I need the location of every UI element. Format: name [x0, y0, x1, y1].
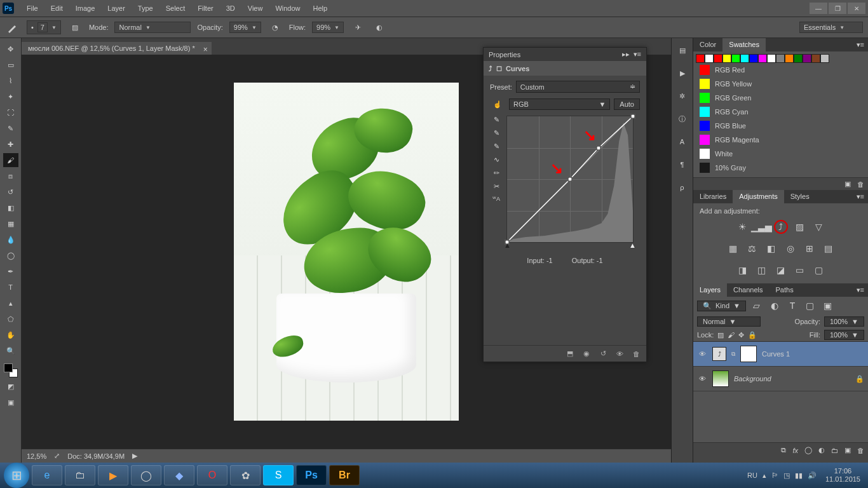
invert-icon[interactable]: ◨	[736, 263, 750, 277]
history-panel-icon[interactable]: ▤	[675, 43, 689, 57]
new-swatch-icon[interactable]: ▣	[844, 180, 851, 188]
channel-mixer-icon[interactable]: ⊞	[803, 241, 817, 255]
swatch[interactable]	[740, 54, 749, 63]
layer-blend-mode[interactable]: Normal▼	[697, 316, 761, 327]
eraser-tool[interactable]: ◧	[3, 201, 18, 215]
tab-adjustments[interactable]: Adjustments	[733, 190, 784, 203]
vibrance-icon[interactable]: ▽	[812, 220, 826, 234]
taskbar-app-1[interactable]: ◆	[164, 465, 194, 485]
trash-icon[interactable]: 🗑	[857, 447, 864, 454]
menu-edit[interactable]: Edit	[44, 2, 69, 15]
tab-paths[interactable]: Paths	[770, 283, 800, 297]
swatch-row[interactable]: RGB Yellow	[696, 77, 865, 91]
targeted-adjust-icon[interactable]: ☝	[490, 97, 505, 112]
menu-filter[interactable]: Filter	[191, 2, 219, 15]
tab-layers[interactable]: Layers	[693, 283, 727, 297]
swatch-row[interactable]: RGB Blue	[696, 119, 865, 133]
history-brush-tool[interactable]: ↺	[3, 185, 18, 199]
lasso-tool[interactable]: ⌇	[3, 74, 18, 88]
menu-help[interactable]: Help	[307, 2, 334, 15]
swatch[interactable]	[749, 54, 758, 63]
swatch[interactable]	[705, 54, 714, 63]
opacity-field[interactable]: 99%▼	[229, 22, 261, 33]
flow-field[interactable]: 99%▼	[312, 22, 344, 33]
black-white-icon[interactable]: ◧	[764, 241, 778, 255]
close-button[interactable]: ✕	[848, 3, 865, 14]
brush-tool[interactable]: 🖌	[3, 153, 18, 167]
healing-tool[interactable]: ✚	[3, 137, 18, 151]
brush-presets-panel-icon[interactable]: ✲	[675, 89, 689, 103]
visibility-icon[interactable]: 👁	[697, 350, 707, 358]
swatch[interactable]	[811, 54, 820, 63]
tray-flag-icon[interactable]: 🏳	[771, 471, 778, 479]
tab-swatches[interactable]: Swatches	[722, 38, 766, 51]
levels-icon[interactable]: ▁▃▅	[755, 220, 769, 234]
blur-tool[interactable]: 💧	[3, 233, 18, 247]
auto-button[interactable]: Auto	[614, 98, 640, 110]
fill-field[interactable]: 100%▼	[824, 330, 864, 340]
taskbar-app-2[interactable]: ✿	[230, 465, 261, 485]
swatch[interactable]	[820, 54, 829, 63]
shape-tool[interactable]: ⬠	[3, 312, 18, 326]
swatch[interactable]	[803, 54, 811, 63]
swatch-row[interactable]: White	[696, 147, 865, 161]
tray-chevron-icon[interactable]: ▴	[763, 471, 766, 480]
trash-icon[interactable]: 🗑	[631, 349, 641, 359]
tab-channels[interactable]: Channels	[727, 283, 769, 297]
curves-icon[interactable]: ⤴	[774, 220, 788, 234]
zoom-level[interactable]: 12,5%	[27, 452, 46, 460]
document-tab[interactable]: мюсли 006.NEF @ 12,5% (Curves 1, Layer M…	[22, 42, 212, 55]
swatch[interactable]	[714, 54, 722, 63]
exposure-icon[interactable]: ▨	[793, 220, 807, 234]
menu-window[interactable]: Window	[269, 2, 306, 15]
lock-all-icon[interactable]: 🔒	[748, 331, 757, 339]
reset-icon[interactable]: ↺	[598, 349, 608, 359]
lock-position-icon[interactable]: ✥	[738, 331, 744, 339]
brush-icon[interactable]	[5, 20, 20, 35]
gradient-tool[interactable]: ▦	[3, 217, 18, 231]
swatch[interactable]	[785, 54, 794, 63]
menu-layer[interactable]: Layer	[101, 2, 132, 15]
selective-color-icon[interactable]: ▢	[812, 263, 826, 277]
swatch-row[interactable]: 10% Gray	[696, 161, 865, 175]
menu-view[interactable]: View	[241, 2, 269, 15]
info-panel-icon[interactable]: ⓘ	[675, 112, 689, 126]
taskbar-skype[interactable]: S	[263, 465, 294, 485]
edit-points-icon[interactable]: ∿	[494, 156, 499, 164]
layer-thumb[interactable]	[712, 370, 729, 387]
eyedropper-tool[interactable]: ✎	[3, 121, 18, 135]
screen-mode-icon[interactable]: ▣	[3, 395, 18, 409]
swatch-row[interactable]: RGB Magenta	[696, 133, 865, 147]
move-tool[interactable]: ✥	[3, 42, 18, 56]
menu-3d[interactable]: 3D	[220, 2, 241, 15]
panel-menu-icon[interactable]: ▾≡	[853, 190, 868, 203]
layer-mask-icon[interactable]: ◯	[804, 446, 812, 454]
layer-style-icon[interactable]: fx	[792, 447, 798, 454]
swatch[interactable]	[767, 54, 776, 63]
maximize-button[interactable]: ❐	[829, 3, 846, 14]
link-icon[interactable]: ⧉	[731, 351, 735, 358]
swatch-row[interactable]: RGB Cyan	[696, 105, 865, 119]
chevron-right-icon[interactable]: ▶	[132, 452, 137, 460]
black-point-slider[interactable]: ▲	[504, 241, 511, 249]
pressure-opacity-icon[interactable]: ◔	[268, 20, 283, 35]
type-tool[interactable]: T	[3, 280, 18, 294]
taskbar-ie[interactable]: e	[32, 465, 62, 485]
layer-mask-thumb[interactable]	[740, 346, 757, 362]
taskbar-bridge[interactable]: Br	[329, 465, 360, 485]
visibility-icon[interactable]: 👁	[697, 375, 707, 383]
tab-color[interactable]: Color	[693, 38, 722, 51]
path-select-tool[interactable]: ▴	[3, 296, 18, 310]
threshold-icon[interactable]: ◪	[774, 263, 788, 277]
draw-curve-icon[interactable]: ✏	[494, 169, 499, 177]
expand-icon[interactable]: ⤢	[54, 452, 60, 460]
layer-filter-kind[interactable]: 🔍Kind▼	[697, 301, 746, 311]
pressure-size-icon[interactable]: ◐	[372, 20, 387, 35]
actions-panel-icon[interactable]: ▶	[675, 66, 689, 80]
new-adjustment-layer-icon[interactable]: ◐	[818, 446, 825, 454]
quick-mask-icon[interactable]: ◩	[3, 379, 18, 393]
white-sampler-icon[interactable]: ✎	[494, 142, 499, 151]
link-layers-icon[interactable]: ⧉	[781, 446, 786, 454]
filter-shape-icon[interactable]: ▢	[803, 299, 817, 313]
swatch[interactable]	[776, 54, 785, 63]
